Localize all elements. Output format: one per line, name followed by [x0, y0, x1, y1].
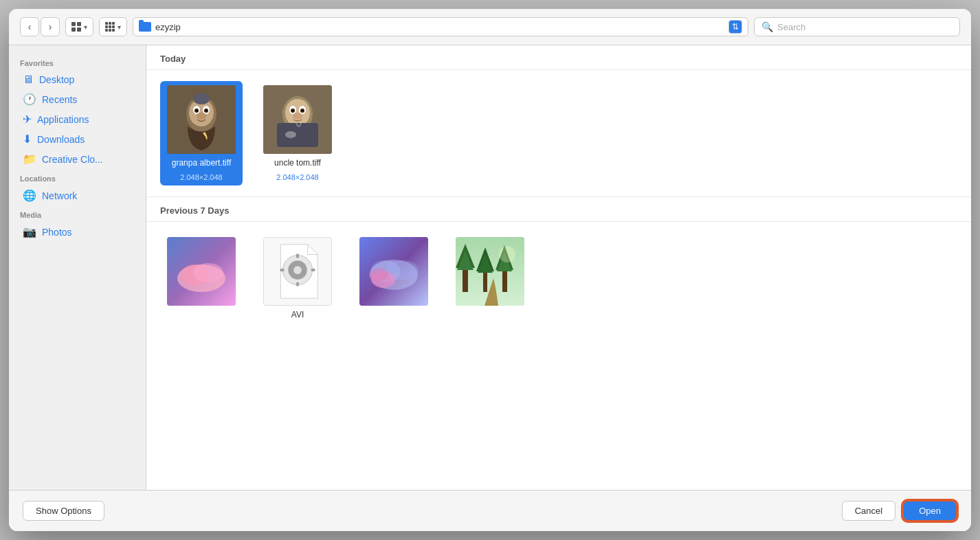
folder-icon: [139, 22, 151, 32]
media-label: Media: [9, 205, 146, 222]
section-previous7-header: Previous 7 Days: [146, 197, 971, 222]
svg-rect-17: [277, 123, 318, 147]
file-dims-uncle-tom: 2.048×2.048: [276, 173, 318, 181]
recents-icon: 🕐: [23, 93, 36, 106]
sidebar-item-label: Photos: [42, 227, 72, 238]
svg-rect-27: [296, 254, 299, 258]
view-grid9-button[interactable]: ▾: [99, 17, 127, 36]
section-today-header: Today: [146, 45, 971, 70]
file-thumbnail-granpa-albert: [167, 85, 236, 154]
today-files-grid: granpa albert.tiff 2.048×2.048: [146, 70, 971, 196]
sidebar-item-label: Desktop: [39, 74, 74, 85]
file-browser: Today: [146, 45, 971, 490]
show-options-button[interactable]: Show Options: [23, 501, 104, 521]
downloads-icon: ⬇: [23, 133, 32, 146]
file-item-avi[interactable]: AVI: [256, 233, 339, 325]
favorites-label: Favorites: [9, 54, 146, 70]
location-text: ezyzip: [155, 22, 724, 32]
svg-point-22: [193, 263, 223, 282]
sidebar-item-label: Downloads: [37, 134, 85, 145]
back-icon: ‹: [28, 21, 32, 32]
chevron-down-icon-2: ▾: [118, 23, 121, 31]
svg-point-6: [204, 109, 208, 113]
sidebar-item-photos[interactable]: 📷 Photos: [12, 222, 143, 242]
pink-cloud-svg: [167, 237, 236, 306]
forward-button[interactable]: ›: [41, 17, 60, 36]
file-thumbnail-avi: [263, 237, 332, 306]
main-content: Favorites 🖥 Desktop 🕐 Recents ✈ Applicat…: [9, 45, 971, 490]
svg-point-15: [300, 109, 304, 113]
file-item-granpa-albert[interactable]: granpa albert.tiff 2.048×2.048: [160, 81, 243, 185]
sidebar-item-label: Network: [42, 190, 77, 201]
creative-cloud-icon: 📁: [23, 153, 36, 166]
uncle-tom-svg: [263, 85, 332, 154]
search-icon: 🔍: [761, 21, 773, 32]
file-item-uncle-tom[interactable]: uncle tom.tiff 2.048×2.048: [256, 81, 339, 185]
footer-left: Show Options: [23, 501, 104, 521]
open-button[interactable]: Open: [902, 500, 957, 521]
svg-point-16: [293, 113, 302, 120]
forest-svg: [456, 237, 524, 306]
grid4-icon: [71, 22, 81, 32]
photos-icon: 📷: [23, 225, 36, 238]
desktop-icon: 🖥: [23, 74, 34, 86]
sidebar-item-creative-cloud[interactable]: 📁 Creative Clo...: [12, 149, 143, 169]
svg-rect-28: [296, 282, 299, 286]
forward-icon: ›: [49, 21, 52, 32]
previous7-files-grid: AVI: [146, 222, 971, 336]
file-name-granpa-albert: granpa albert.tiff: [172, 158, 232, 169]
file-item-smoke[interactable]: [353, 233, 435, 325]
chevron-down-icon: ▾: [84, 23, 87, 31]
svg-point-14: [291, 109, 295, 113]
cancel-button[interactable]: Cancel: [842, 501, 895, 521]
sidebar-item-network[interactable]: 🌐 Network: [12, 185, 143, 205]
svg-point-18: [285, 131, 296, 138]
location-spinner[interactable]: ⇅: [728, 20, 742, 34]
toolbar: ‹ › ▾ ▾ ezyzip ⇅ 🔍: [9, 9, 971, 45]
back-button[interactable]: ‹: [20, 17, 39, 36]
smoke-svg: [359, 237, 428, 306]
search-placeholder: Search: [777, 22, 805, 32]
nav-buttons: ‹ ›: [20, 17, 60, 36]
footer-right: Cancel Open: [842, 500, 957, 521]
file-item-pink-cloud[interactable]: [160, 233, 243, 325]
footer: Show Options Cancel Open: [9, 490, 971, 531]
file-thumbnail-forest: [456, 237, 524, 306]
locations-label: Locations: [9, 169, 146, 185]
sidebar-item-label: Applications: [37, 114, 89, 125]
sidebar-item-label: Recents: [42, 94, 77, 105]
sidebar-item-label: Creative Clo...: [42, 154, 103, 165]
file-thumbnail-uncle-tom: [263, 85, 332, 154]
file-thumbnail-pink-cloud: [167, 237, 236, 306]
file-dims-granpa-albert: 2.048×2.048: [180, 173, 222, 181]
file-name-uncle-tom: uncle tom.tiff: [274, 158, 321, 169]
sidebar-item-applications[interactable]: ✈ Applications: [12, 109, 143, 129]
svg-point-47: [499, 246, 515, 262]
svg-point-8: [193, 93, 210, 104]
svg-rect-29: [280, 269, 285, 271]
grid9-icon: [105, 22, 115, 32]
svg-point-5: [194, 109, 199, 113]
granpa-albert-svg: [167, 85, 236, 154]
view-grid4-button[interactable]: ▾: [65, 17, 93, 36]
file-thumbnail-smoke: [359, 237, 428, 306]
applications-icon: ✈: [23, 113, 32, 126]
sidebar-item-desktop[interactable]: 🖥 Desktop: [12, 70, 143, 89]
sidebar-item-downloads[interactable]: ⬇ Downloads: [12, 129, 143, 149]
location-bar[interactable]: ezyzip ⇅: [133, 17, 748, 36]
sidebar-item-recents[interactable]: 🕐 Recents: [12, 89, 143, 109]
file-item-forest[interactable]: [449, 233, 531, 325]
svg-point-7: [197, 113, 206, 120]
sidebar: Favorites 🖥 Desktop 🕐 Recents ✈ Applicat…: [9, 45, 146, 490]
svg-point-36: [369, 268, 388, 282]
scrollbar[interactable]: [961, 45, 971, 490]
file-name-avi: AVI: [291, 310, 304, 321]
svg-rect-30: [311, 269, 315, 271]
search-bar[interactable]: 🔍 Search: [754, 17, 960, 36]
network-icon: 🌐: [23, 189, 36, 202]
avi-svg: [263, 238, 332, 305]
svg-point-26: [293, 266, 302, 274]
file-dialog: ‹ › ▾ ▾ ezyzip ⇅ 🔍: [9, 9, 971, 531]
